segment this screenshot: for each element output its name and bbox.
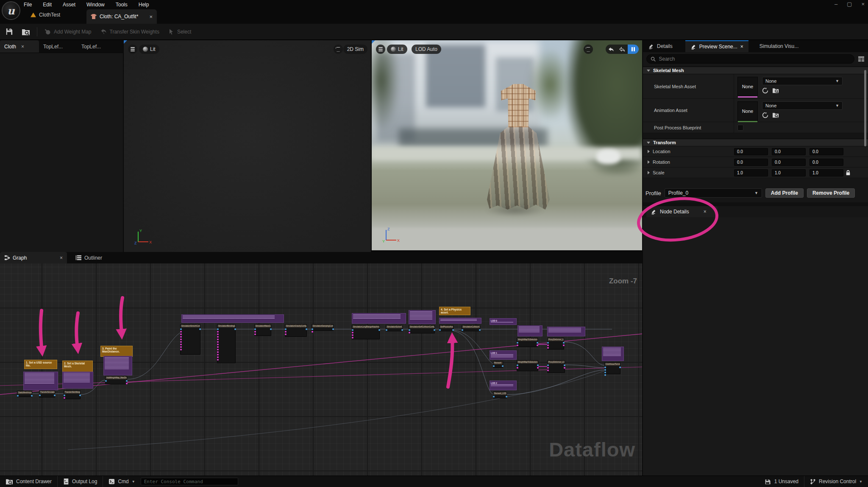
view-mode-lit-button[interactable]: Lit: [139, 45, 159, 54]
viewport-menu-button[interactable]: [128, 45, 137, 54]
graph-icon: [4, 255, 10, 260]
lit-label: Lit: [398, 46, 403, 52]
combo-value: None: [765, 103, 776, 108]
section-transform[interactable]: Transform: [643, 139, 868, 146]
tab-node-details[interactable]: Node Details ×: [646, 206, 718, 217]
menu-asset[interactable]: Asset: [59, 1, 79, 8]
browse-to-asset-icon[interactable]: [772, 87, 779, 93]
settings-grid-icon[interactable]: [858, 56, 865, 62]
rotation-y-field[interactable]: 0.0: [772, 159, 806, 166]
remove-profile-button[interactable]: Remove Profile: [807, 188, 855, 198]
cloth-panel-tab-1[interactable]: TopLef...: [39, 40, 77, 53]
tab-close-icon[interactable]: ×: [21, 44, 24, 50]
profile-label: Profile: [645, 190, 661, 196]
lock-icon[interactable]: [846, 170, 851, 176]
viewport-2d-sim[interactable]: Lit 2D Sim Y X Z: [124, 40, 371, 252]
asset-thumbnail[interactable]: None: [737, 77, 758, 96]
tab-outliner[interactable]: Outliner: [71, 252, 106, 263]
pause-icon: [632, 47, 635, 51]
expand-arrow-icon[interactable]: [648, 150, 650, 153]
minimize-button[interactable]: –: [835, 1, 837, 7]
tab-simulation-visualization[interactable]: Simulation Visu...: [754, 40, 804, 52]
tab-close-icon[interactable]: ×: [146, 14, 153, 20]
step-back-button[interactable]: [617, 45, 628, 54]
graph-canvas[interactable]: Zoom -7 Dataflow: [0, 263, 642, 476]
rotation-x-field[interactable]: 0.0: [734, 159, 768, 166]
shirt-outline-icon: [586, 47, 591, 52]
scale-z-field[interactable]: 1.0: [810, 169, 843, 176]
combo-value: None: [765, 78, 776, 84]
unsaved-button[interactable]: * 1 Unsaved: [759, 476, 804, 487]
details-scrollbar[interactable]: [864, 70, 866, 146]
cloth-panel-tab-0[interactable]: Cloth×: [0, 40, 39, 53]
select-button[interactable]: Select: [164, 24, 195, 39]
revision-control-button[interactable]: Revision Control ▼: [804, 476, 868, 487]
tab-close-icon[interactable]: ×: [60, 255, 63, 261]
pause-simulation-button[interactable]: [628, 45, 639, 54]
close-button[interactable]: ×: [861, 1, 865, 7]
skeletal-mesh-asset-combo[interactable]: None ▼: [762, 77, 843, 85]
details-pencil-icon: [648, 43, 654, 49]
asset-thumbnail[interactable]: None: [737, 101, 758, 121]
scene-windows: [426, 45, 485, 108]
search-input[interactable]: [659, 56, 850, 62]
section-skeletal-mesh[interactable]: Skeletal Mesh: [643, 67, 868, 74]
use-selected-icon[interactable]: [762, 112, 768, 118]
tab-preview-scene[interactable]: Preview Scene... ×: [685, 40, 748, 52]
location-x-field[interactable]: 0.0: [734, 148, 768, 155]
render-mesh-toggle-button[interactable]: [584, 45, 593, 54]
graph-panel: Graph × Outliner Zoom -7 Dataflow: [0, 252, 642, 476]
browse-to-asset-icon[interactable]: [772, 112, 779, 118]
viewport-menu-button[interactable]: [376, 45, 385, 54]
weight-map-icon: [44, 28, 51, 35]
save-button[interactable]: [0, 24, 17, 39]
revision-control-branch-icon: [810, 479, 816, 485]
tab-clothtest[interactable]: ClothTest: [31, 12, 60, 18]
tab-close-icon[interactable]: ×: [740, 44, 743, 50]
cmd-selector[interactable]: Cmd ▼: [103, 476, 140, 487]
menu-help[interactable]: Help: [135, 1, 153, 8]
profile-combo[interactable]: Profile_0 ▼: [665, 188, 762, 198]
sim-mode-button[interactable]: 2D Sim: [343, 45, 367, 54]
tab-graph[interactable]: Graph ×: [0, 252, 67, 263]
hamburger-icon: [378, 47, 383, 51]
content-drawer-button[interactable]: Content Drawer: [0, 476, 57, 487]
console-command-input[interactable]: [141, 478, 238, 485]
select-label: Select: [177, 29, 191, 35]
transfer-skin-weights-button[interactable]: Transfer Skin Weights: [96, 24, 164, 39]
add-weight-map-button[interactable]: Add Weight Map: [40, 24, 96, 39]
expand-arrow-icon[interactable]: [648, 160, 650, 164]
property-label: Animation Asset: [643, 99, 734, 122]
expand-arrow-icon[interactable]: [648, 171, 650, 174]
scale-x-field[interactable]: 1.0: [734, 169, 768, 176]
menu-edit[interactable]: Edit: [39, 1, 55, 8]
menu-file[interactable]: File: [20, 1, 35, 8]
animation-asset-combo[interactable]: None ▼: [762, 101, 843, 110]
viewport-3d-preview[interactable]: Lit LOD Auto Z X Y: [372, 40, 642, 250]
use-selected-icon[interactable]: [762, 87, 768, 94]
location-y-field[interactable]: 0.0: [772, 148, 806, 155]
chevron-down-icon: ▼: [835, 79, 839, 83]
view-mode-lit-button[interactable]: Lit: [387, 45, 407, 54]
rewind-simulation-button[interactable]: [606, 45, 617, 54]
tab-details-label: Details: [657, 43, 673, 49]
details-panel: Details Preview Scene... × Simulation Vi…: [643, 40, 868, 476]
sim-mesh-toggle-button[interactable]: [334, 45, 343, 54]
output-log-button[interactable]: Output Log: [58, 476, 103, 487]
rotation-z-field[interactable]: 0.0: [810, 159, 843, 166]
maximize-button[interactable]: ▢: [847, 1, 852, 7]
menu-window[interactable]: Window: [83, 1, 108, 8]
transfer-icon: [100, 28, 107, 35]
tab-cloth-asset[interactable]: Cloth: CA_Outfit* ×: [86, 9, 157, 24]
browse-asset-button[interactable]: [17, 24, 34, 39]
post-process-checkbox[interactable]: [737, 125, 743, 131]
cloth-panel-tab-2[interactable]: TopLef...: [77, 40, 115, 53]
tab-close-icon[interactable]: ×: [704, 209, 707, 215]
tab-details[interactable]: Details: [643, 40, 678, 52]
menu-tools[interactable]: Tools: [112, 1, 131, 8]
scale-y-field[interactable]: 1.0: [772, 169, 806, 176]
search-box[interactable]: [646, 54, 854, 64]
add-profile-button[interactable]: Add Profile: [765, 188, 804, 198]
lod-auto-button[interactable]: LOD Auto: [412, 45, 441, 54]
location-z-field[interactable]: 0.0: [810, 148, 843, 155]
